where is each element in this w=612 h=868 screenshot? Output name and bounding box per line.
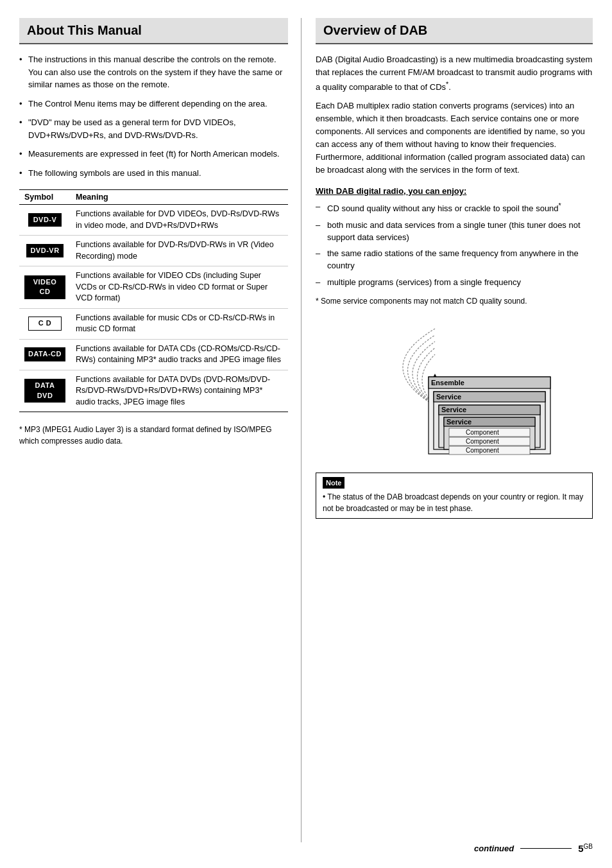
bullet-item-3: "DVD" may be used as a general term for … [19,116,288,141]
table-row: C DFunctions available for music CDs or … [19,308,288,339]
bullet-item-2: The Control Menu items may be different … [19,98,288,110]
table-row: DATA DVDFunctions available for DATA DVD… [19,370,288,412]
intro-paragraph: DAB (Digital Audio Broadcasting) is a ne… [316,53,593,94]
intro-paragraph: Each DAB multiplex radio station convert… [316,100,593,177]
svg-text:Component: Component [466,447,499,454]
table-row: DATA-CDFunctions available for DATA CDs … [19,339,288,370]
bullet-item-5: The following symbols are used in this m… [19,167,288,180]
meaning-cell: Functions available for DATA CDs (CD-ROM… [71,339,288,370]
left-section-header: About This Manual [19,18,288,44]
continued-label: continued [474,844,514,853]
bullet-item-1: The instructions in this manual describe… [19,53,288,91]
table-header-symbol: Symbol [19,190,71,205]
meaning-cell: Functions available for DVD-Rs/DVD-RWs i… [71,236,288,266]
page-number: 5GB [578,843,593,854]
dab-diagram: Ensemble Service Service Service Co [316,316,593,464]
meaning-cell: Functions available for VIDEO CDs (inclu… [71,266,288,309]
svg-text:Service: Service [436,393,461,401]
symbol-table: Symbol Meaning DVD-VFunctions available … [19,189,288,412]
page-footer: continued 5GB [474,843,593,854]
svg-text:Component: Component [466,438,499,445]
symbol-cell: DVD-VR [19,236,71,266]
dash-item: the same radio stations of the same freq… [316,248,593,272]
dash-item: CD sound quality without any hiss or cra… [316,201,593,215]
meaning-cell: Functions available for DVD VIDEOs, DVD-… [71,205,288,236]
table-row: DVD-VRFunctions available for DVD-Rs/DVD… [19,236,288,266]
symbol-cell: DATA-CD [19,339,71,370]
asterisk-note: * Some service components may not match … [316,295,593,307]
svg-text:Service: Service [446,418,472,426]
table-row: DVD-VFunctions available for DVD VIDEOs,… [19,205,288,236]
symbol-cell: DATA DVD [19,370,71,412]
table-header-meaning: Meaning [71,190,288,205]
bullet-item-4: Measurements are expressed in feet (ft) … [19,148,288,161]
left-column: About This Manual The instructions in th… [19,18,302,842]
table-row: VIDEO CDFunctions available for VIDEO CD… [19,266,288,309]
note-box: Note • The status of the DAB broadcast d… [316,473,593,519]
meaning-cell: Functions available for DATA DVDs (DVD-R… [71,370,288,412]
svg-text:Service: Service [441,406,466,413]
symbol-cell: C D [19,308,71,339]
symbol-cell: VIDEO CD [19,266,71,309]
note-text: • The status of the DAB broadcast depend… [323,491,586,514]
dash-list: CD sound quality without any hiss or cra… [316,201,593,289]
meaning-cell: Functions available for music CDs or CD-… [71,308,288,339]
dash-item: both music and data services from a sing… [316,220,593,244]
symbol-cell: DVD-V [19,205,71,236]
dab-intro: DAB (Digital Audio Broadcasting) is a ne… [316,53,593,177]
bullet-list: The instructions in this manual describe… [19,53,288,179]
dab-subheading: With DAB digital radio, you can enjoy: [316,186,593,196]
svg-text:Ensemble: Ensemble [431,379,464,386]
note-label: Note [323,477,344,489]
right-column: Overview of DAB DAB (Digital Audio Broad… [302,18,593,842]
dash-item: multiple programs (services) from a sing… [316,277,593,289]
right-section-header: Overview of DAB [316,18,593,44]
footnote: * MP3 (MPEG1 Audio Layer 3) is a standar… [19,424,288,447]
svg-text:Component: Component [466,429,499,436]
